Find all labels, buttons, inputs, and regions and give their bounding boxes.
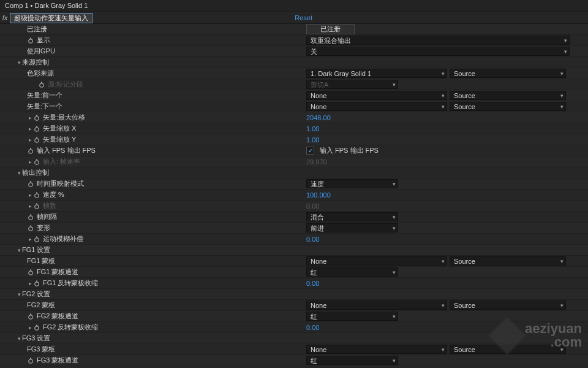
vector-prev-dropdown[interactable]: None <box>306 91 447 100</box>
color-source-src-dropdown[interactable]: Source <box>450 69 566 78</box>
twisty-open-icon[interactable]: ▾ <box>16 247 22 253</box>
twisty-closed-icon: ▸ <box>27 159 33 165</box>
prop-speed-label: 速度 % <box>43 190 64 199</box>
frame-interval-dropdown[interactable]: 混合 <box>306 212 398 221</box>
stopwatch-icon[interactable] <box>33 236 40 243</box>
effect-name[interactable]: 超级慢动作变速矢量输入 <box>10 13 92 23</box>
prop-fg3-channel-label: FG3 蒙板通道 <box>37 356 78 365</box>
svg-point-26 <box>29 270 32 274</box>
prop-registered-label: 已注册 <box>27 25 47 34</box>
stopwatch-icon[interactable] <box>33 136 40 144</box>
stopwatch-icon[interactable] <box>27 313 34 320</box>
prop-fg3-mask-label: FG3 蒙板 <box>27 345 55 354</box>
group-fg2[interactable]: FG2 设置 <box>22 289 50 299</box>
stopwatch-icon[interactable] <box>27 269 34 276</box>
svg-point-6 <box>35 127 39 131</box>
stopwatch-icon[interactable] <box>33 280 40 287</box>
fg3-mask-src-dropdown[interactable]: Source <box>450 345 566 354</box>
svg-rect-1 <box>30 37 31 39</box>
group-output-control[interactable]: 输出控制 <box>22 168 49 177</box>
twisty-open-icon[interactable]: ▾ <box>16 291 22 297</box>
twisty-open-icon[interactable]: ▾ <box>16 59 22 66</box>
svg-rect-9 <box>36 137 37 138</box>
fps-checkbox[interactable] <box>306 147 314 155</box>
warp-dropdown[interactable]: 前进 <box>306 223 398 232</box>
usegpu-dropdown[interactable]: 关 <box>306 47 570 56</box>
twisty-closed-icon[interactable]: ▸ <box>27 192 33 198</box>
color-source-dropdown[interactable]: 1. Dark Gray Solid 1 <box>306 69 447 78</box>
effect-enabled-toggle-icon[interactable]: fx <box>0 14 10 21</box>
prop-fg1-channel-label: FG1 蒙板通道 <box>37 267 78 277</box>
display-dropdown[interactable]: 双重混合输出 <box>306 36 570 45</box>
prop-vector-prev-label: 矢量:前一个 <box>27 91 62 100</box>
twisty-closed-icon[interactable]: ▸ <box>27 126 33 132</box>
reset-link[interactable]: Reset <box>295 14 312 21</box>
input-framerate-value: 29.970 <box>306 158 327 166</box>
vector-next-src-dropdown[interactable]: Source <box>450 102 566 111</box>
svg-point-18 <box>35 204 39 208</box>
scale-x-value[interactable]: 1.00 <box>306 125 319 132</box>
twisty-open-icon[interactable]: ▾ <box>16 335 22 342</box>
fg2-channel-dropdown[interactable]: 红 <box>306 312 398 321</box>
stopwatch-icon[interactable] <box>33 324 40 331</box>
twisty-closed-icon[interactable]: ▸ <box>27 324 33 331</box>
stopwatch-icon[interactable] <box>27 147 34 155</box>
motion-blur-value[interactable]: 0.00 <box>306 236 319 243</box>
fg1-channel-dropdown[interactable]: 红 <box>306 267 398 277</box>
time-remap-dropdown[interactable]: 速度 <box>306 179 398 188</box>
prop-scale-y-label: 矢量缩放 Y <box>43 135 76 144</box>
group-source-control[interactable]: 来源控制 <box>22 58 49 67</box>
fg3-channel-dropdown[interactable]: 红 <box>306 356 398 365</box>
svg-rect-25 <box>36 236 37 237</box>
twisty-closed-icon[interactable]: ▸ <box>27 280 33 286</box>
svg-point-14 <box>29 182 32 186</box>
fg2-mask-src-dropdown[interactable]: Source <box>450 301 566 310</box>
svg-point-10 <box>29 149 32 153</box>
stopwatch-icon <box>33 158 40 166</box>
twisty-closed-icon[interactable]: ▸ <box>27 137 33 143</box>
prop-fg2-mask-label: FG2 蒙板 <box>27 301 55 310</box>
prop-frame-interval-label: 帧间隔 <box>37 212 57 221</box>
fg1-invert-value[interactable]: 0.00 <box>306 280 319 287</box>
fg1-mask-dropdown[interactable]: None <box>306 256 447 266</box>
svg-rect-15 <box>30 181 31 182</box>
twisty-closed-icon[interactable]: ▸ <box>27 115 33 121</box>
stopwatch-icon[interactable] <box>27 180 34 188</box>
speed-value[interactable]: 100.000 <box>306 191 331 199</box>
max-disp-value[interactable]: 2048.00 <box>306 114 331 121</box>
group-fg3[interactable]: FG3 设置 <box>22 334 50 343</box>
prop-scale-x-label: 矢量缩放 X <box>43 124 76 133</box>
stopwatch-icon[interactable] <box>33 114 40 121</box>
stopwatch-icon[interactable] <box>27 357 34 364</box>
svg-point-12 <box>35 160 39 164</box>
stopwatch-icon[interactable] <box>33 191 40 199</box>
vector-next-dropdown[interactable]: None <box>306 102 447 111</box>
svg-point-20 <box>29 215 32 219</box>
svg-point-2 <box>40 83 43 86</box>
scale-y-value[interactable]: 1.00 <box>306 136 319 144</box>
prop-fg1-mask-label: FG1 蒙板 <box>27 256 55 266</box>
svg-rect-35 <box>30 358 31 359</box>
stopwatch-icon[interactable] <box>27 213 34 221</box>
stopwatch-icon[interactable] <box>33 125 40 132</box>
vector-prev-src-dropdown[interactable]: Source <box>450 91 566 100</box>
registered-button[interactable]: 已注册 <box>306 24 355 34</box>
svg-rect-29 <box>36 280 37 282</box>
svg-rect-3 <box>41 82 42 83</box>
group-fg1[interactable]: FG1 设置 <box>22 245 50 255</box>
svg-point-16 <box>35 193 39 197</box>
twisty-closed-icon[interactable]: ▸ <box>27 236 33 242</box>
fg3-mask-dropdown[interactable]: None <box>306 345 447 354</box>
fg2-mask-dropdown[interactable]: None <box>306 301 447 310</box>
fg1-mask-src-dropdown[interactable]: Source <box>450 256 566 266</box>
svg-point-0 <box>29 39 32 42</box>
svg-point-22 <box>29 226 32 230</box>
stopwatch-icon[interactable] <box>27 224 34 232</box>
stopwatch-icon[interactable] <box>27 37 34 44</box>
fg2-invert-value[interactable]: 0.00 <box>306 324 319 331</box>
svg-point-8 <box>35 138 39 142</box>
svg-point-4 <box>35 116 39 120</box>
svg-point-34 <box>29 359 32 362</box>
twisty-open-icon[interactable]: ▾ <box>16 170 22 176</box>
svg-rect-19 <box>36 203 37 204</box>
